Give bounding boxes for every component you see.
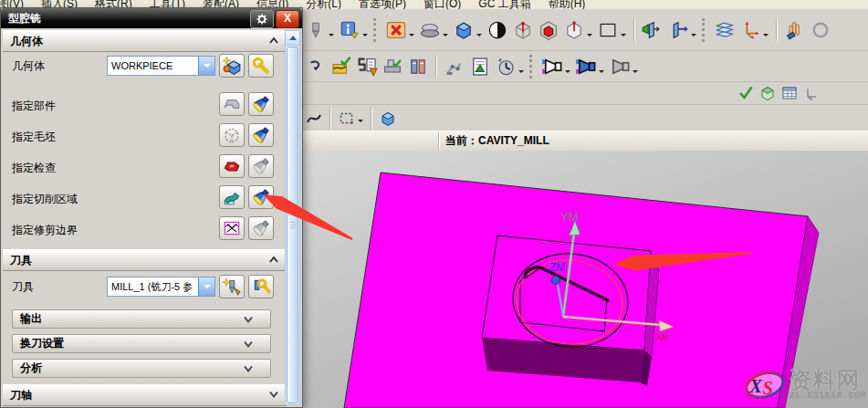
undo-arrow-icon[interactable] <box>303 54 329 79</box>
specify-trim-select-button[interactable] <box>248 216 274 240</box>
partial-edge-icon[interactable] <box>808 17 833 43</box>
toolbar-drag-handle[interactable] <box>373 18 379 42</box>
specify-cut-area-select-button[interactable] <box>248 185 274 209</box>
flashlight-blue-icon <box>251 125 271 145</box>
current-operation-label: 当前：CAVITY_MILL <box>445 133 549 149</box>
specify-trim-geometry-button[interactable] <box>219 216 245 240</box>
analysis-group-bar[interactable]: 分析 <box>12 359 271 378</box>
rack-library-icon[interactable] <box>405 54 431 79</box>
dropdown-arrow[interactable] <box>362 34 368 39</box>
cube-pin2-icon[interactable] <box>561 17 587 43</box>
expand-down-icon[interactable] <box>243 340 254 349</box>
tool-combo-value: MILL_1 (铣刀-5 参 <box>108 277 198 296</box>
dialog-settings-button[interactable] <box>250 10 274 28</box>
clamshell-icon[interactable] <box>417 17 443 43</box>
scrollbar-thumb[interactable] <box>287 47 298 403</box>
dropdown-arrow[interactable] <box>409 34 414 39</box>
tool-section-header[interactable]: 刀具 <box>3 249 287 271</box>
layer-settings-icon[interactable] <box>712 17 737 43</box>
machine-check-icon[interactable] <box>380 54 405 79</box>
small-axes-icon[interactable] <box>800 83 822 103</box>
dropdown-arrow[interactable] <box>621 34 626 39</box>
geometry-combo[interactable]: WORKPIECE <box>107 56 215 76</box>
green-box-icon[interactable] <box>757 83 779 103</box>
expand-down-icon[interactable] <box>243 315 254 324</box>
tool-axis-section-header[interactable]: 刀轴 <box>3 384 287 406</box>
specify-part-geometry-button[interactable] <box>219 92 245 116</box>
plane-blue-icon[interactable] <box>665 17 691 43</box>
dropdown-arrow[interactable] <box>691 34 696 39</box>
new-geometry-button[interactable] <box>219 54 245 78</box>
edit-geometry-button[interactable] <box>248 54 274 78</box>
spline-curve-icon[interactable] <box>303 109 325 129</box>
toolbar-drag-handle[interactable] <box>702 18 707 42</box>
verify-toolpath-icon[interactable] <box>329 54 354 79</box>
dropdown-arrow[interactable] <box>443 34 448 39</box>
snap-tool-icon[interactable] <box>303 17 329 43</box>
new-tool-button[interactable] <box>219 275 245 298</box>
dialog-scrollbar[interactable] <box>285 30 300 405</box>
menu-analysis[interactable]: 分析(L) <box>306 0 341 9</box>
shaded-view-cube-icon[interactable] <box>451 17 476 43</box>
cube-pin-icon[interactable] <box>510 17 536 43</box>
tool-change-group-bar[interactable]: 换刀设置 <box>12 334 271 353</box>
gouge-check-icon[interactable] <box>607 54 633 79</box>
expand-down-icon[interactable] <box>268 390 279 399</box>
dropdown-arrow[interactable] <box>763 34 769 39</box>
scrollbar-up-button[interactable] <box>286 31 299 46</box>
axis-xm-label: XM <box>656 332 669 341</box>
dropdown-arrow[interactable] <box>599 70 604 76</box>
specify-check-label: 指定检查 <box>12 156 56 180</box>
flat-square-icon[interactable] <box>595 17 621 43</box>
robot-arm-icon[interactable] <box>442 54 467 79</box>
specify-cut-area-geometry-button[interactable] <box>219 185 245 209</box>
specify-check-select-button[interactable] <box>248 154 274 178</box>
dropdown-arrow[interactable] <box>587 34 592 39</box>
paint-hand-icon[interactable] <box>782 17 808 43</box>
specify-part-select-button[interactable] <box>248 92 274 116</box>
dialog-close-button[interactable]: X <box>276 10 299 28</box>
collapse-up-icon[interactable] <box>268 36 279 45</box>
info-icon[interactable] <box>337 17 362 43</box>
specify-check-geometry-button[interactable] <box>219 154 245 178</box>
specify-blank-select-button[interactable] <box>248 123 274 147</box>
dropdown-arrow[interactable] <box>476 34 482 39</box>
menu-gc-toolbox[interactable]: GC 工具箱 <box>478 0 530 9</box>
menu-window[interactable]: 窗口(O) <box>424 0 461 9</box>
plane-green-icon[interactable] <box>640 17 665 43</box>
dropdown-arrow[interactable] <box>518 70 524 76</box>
dropdown-arrow[interactable] <box>565 70 570 76</box>
selection-rect-icon[interactable] <box>336 109 358 129</box>
approve-check-icon[interactable] <box>735 83 757 103</box>
time-estimate-icon[interactable] <box>493 54 518 79</box>
dropdown-arrow[interactable] <box>633 70 638 76</box>
dialog-title-bar[interactable]: 型腔铣 X <box>1 8 302 28</box>
expand-down-icon[interactable] <box>243 364 254 373</box>
csys-icon[interactable] <box>737 17 763 43</box>
edit-tool-button[interactable] <box>248 275 274 298</box>
dropdown-arrow[interactable] <box>329 34 334 39</box>
table-grid-icon[interactable] <box>779 83 800 103</box>
shop-doc-icon[interactable] <box>467 54 493 79</box>
tool-combo[interactable]: MILL_1 (铣刀-5 参 <box>107 277 215 297</box>
geometry-section-header[interactable]: 几何体 <box>3 30 287 52</box>
combo-dropdown-button[interactable] <box>198 57 214 75</box>
replay-toolpath-icon[interactable] <box>573 54 599 79</box>
collapse-up-icon[interactable] <box>268 255 279 264</box>
specify-blank-geometry-button[interactable] <box>219 123 245 147</box>
generate-toolpath-icon[interactable] <box>539 54 565 79</box>
output-group-bar[interactable]: 输出 <box>12 309 271 329</box>
combo-dropdown-button[interactable] <box>198 277 214 296</box>
cut-area-icon <box>222 187 242 207</box>
blue-cube-icon[interactable] <box>377 109 399 129</box>
postprocess-icon[interactable] <box>354 54 380 79</box>
render-style-sphere-icon[interactable] <box>485 17 510 43</box>
menu-help[interactable]: 帮助(H) <box>549 0 586 9</box>
toolbar-drag-handle[interactable] <box>529 55 535 78</box>
trim-boundary-icon <box>222 218 242 238</box>
menu-preferences[interactable]: 首选项(P) <box>359 0 406 9</box>
red-solid-cube-icon[interactable] <box>536 17 561 43</box>
show-hide-icon[interactable] <box>383 17 409 43</box>
cavity-mill-dialog: 型腔铣 X 几何体 几何体 WORKPIECE 指定部件 <box>0 7 303 408</box>
dropdown-arrow[interactable] <box>358 120 363 125</box>
